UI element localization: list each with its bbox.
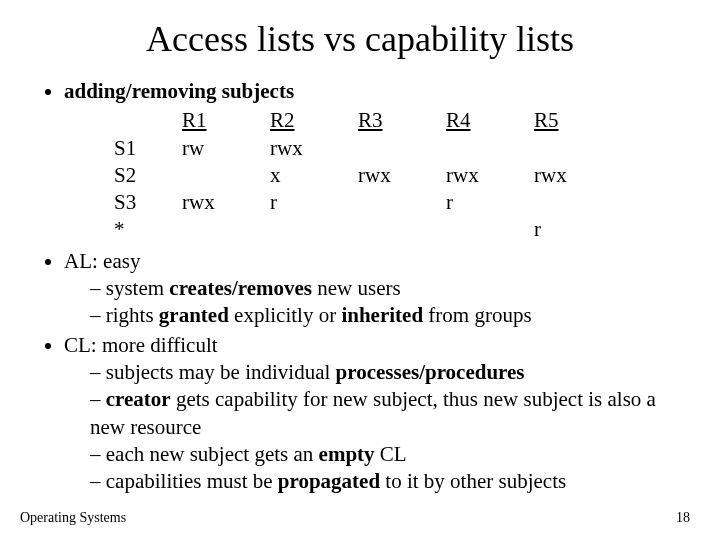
bullet-cl-sub2: creator gets capability for new subject,…	[90, 386, 684, 441]
bullet-al: AL: easy system creates/removes new user…	[64, 248, 684, 330]
cell: rwx	[182, 189, 270, 216]
t: processes/procedures	[336, 360, 525, 384]
t: propagated	[278, 469, 380, 493]
t: explicitly or	[229, 303, 342, 327]
t: new users	[312, 276, 401, 300]
footer-left: Operating Systems	[20, 510, 126, 526]
cell: rwx	[358, 162, 446, 189]
t: each new subject gets an	[106, 442, 319, 466]
table-row: S2 x rwx rwx rwx	[114, 162, 622, 189]
cell: rwx	[534, 162, 622, 189]
row-s2: S2	[114, 162, 182, 189]
cell	[182, 162, 270, 189]
cell: r	[534, 216, 622, 243]
t: rights	[106, 303, 159, 327]
t: subjects may be individual	[106, 360, 336, 384]
row-s3: S3	[114, 189, 182, 216]
t: capabilities must be	[106, 469, 278, 493]
cell: r	[270, 189, 358, 216]
cell: rw	[182, 135, 270, 162]
cell	[446, 216, 534, 243]
bullet-cl-sub4: capabilities must be propagated to it by…	[90, 468, 684, 495]
bullet-adding-text: adding/removing subjects	[64, 79, 294, 103]
cell	[358, 189, 446, 216]
permissions-table-wrap: R1 R2 R3 R4 R5 S1 rw rwx	[114, 107, 684, 243]
bullet-al-text: AL: easy	[64, 249, 140, 273]
t: from groups	[423, 303, 532, 327]
t: gets capability for new subject, thus ne…	[90, 387, 656, 438]
table-row: S3 rwx r r	[114, 189, 622, 216]
footer-page-number: 18	[676, 510, 690, 526]
t: empty	[319, 442, 375, 466]
cell: x	[270, 162, 358, 189]
table-row: * r	[114, 216, 622, 243]
table-row: S1 rw rwx	[114, 135, 622, 162]
cell	[358, 135, 446, 162]
cell	[270, 216, 358, 243]
slide-body: adding/removing subjects R1 R2 R3 R4 R5 …	[36, 78, 684, 495]
cell: rwx	[446, 162, 534, 189]
t: inherited	[341, 303, 423, 327]
t: creates/removes	[169, 276, 312, 300]
bullet-al-sub2: rights granted explicitly or inherited f…	[90, 302, 684, 329]
t: to it by other subjects	[380, 469, 566, 493]
bullet-cl-sub3: each new subject gets an empty CL	[90, 441, 684, 468]
permissions-table: R1 R2 R3 R4 R5 S1 rw rwx	[114, 107, 622, 243]
cell	[534, 135, 622, 162]
col-r2: R2	[270, 107, 358, 134]
row-star: *	[114, 216, 182, 243]
col-r4: R4	[446, 107, 534, 134]
bullet-cl: CL: more difficult subjects may be indiv…	[64, 332, 684, 496]
t: CL	[375, 442, 407, 466]
t: granted	[159, 303, 229, 327]
cell	[182, 216, 270, 243]
cell	[358, 216, 446, 243]
bullet-cl-sub1: subjects may be individual processes/pro…	[90, 359, 684, 386]
bullet-cl-text: CL: more difficult	[64, 333, 218, 357]
row-s1: S1	[114, 135, 182, 162]
col-r1: R1	[182, 107, 270, 134]
cell: rwx	[270, 135, 358, 162]
bullet-al-sub1: system creates/removes new users	[90, 275, 684, 302]
t: system	[106, 276, 170, 300]
cell	[534, 189, 622, 216]
bullet-adding: adding/removing subjects R1 R2 R3 R4 R5 …	[64, 78, 684, 244]
col-r5: R5	[534, 107, 622, 134]
slide-title: Access lists vs capability lists	[36, 18, 684, 60]
t: creator	[106, 387, 171, 411]
col-r3: R3	[358, 107, 446, 134]
cell: r	[446, 189, 534, 216]
cell	[446, 135, 534, 162]
